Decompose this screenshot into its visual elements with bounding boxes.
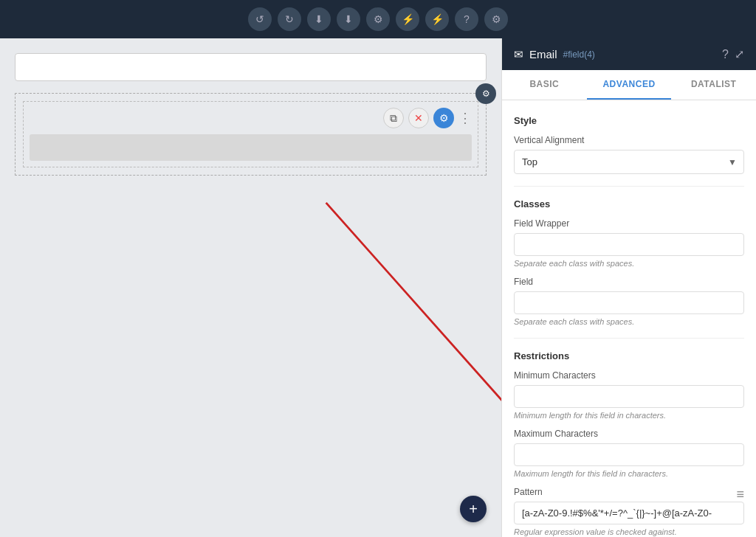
remove-widget-button[interactable]: ✕ <box>408 108 429 128</box>
widget-inner: ⧉ ✕ ⚙ ⋮ <box>23 101 478 167</box>
style-section-title: Style <box>514 115 744 126</box>
import-button[interactable]: ⬇ <box>337 7 360 31</box>
field-hint-text: Separate each class with spaces. <box>514 317 744 326</box>
help-button[interactable]: ? <box>455 7 478 31</box>
widget-controls: ⧉ ✕ ⚙ ⋮ <box>30 108 472 128</box>
copy-widget-button[interactable]: ⧉ <box>383 108 404 128</box>
canvas: ⚙ ⧉ ✕ ⚙ ⋮ + <box>0 38 501 537</box>
field-wrapper-input[interactable] <box>514 233 744 256</box>
restrictions-section-title: Restrictions <box>514 350 744 361</box>
classes-section-title: Classes <box>514 198 744 209</box>
pattern-label: Pattern <box>514 487 543 497</box>
field-input[interactable] <box>514 291 744 314</box>
widget-field <box>30 134 472 161</box>
pattern-hint: Regular expression value is checked agai… <box>514 527 744 536</box>
tab-basic[interactable]: BASIC <box>502 70 587 100</box>
pattern-row: Pattern ≡ <box>514 487 744 502</box>
add-element-button[interactable]: + <box>460 496 487 522</box>
min-chars-hint: Minimum length for this field in charact… <box>514 411 744 420</box>
vertical-alignment-select[interactable]: Top Middle Bottom <box>514 150 744 174</box>
pattern-menu-icon[interactable]: ≡ <box>736 488 744 501</box>
vertical-alignment-label: Vertical Alignment <box>514 135 744 145</box>
field-wrapper-label: Field Wrapper <box>514 218 744 229</box>
tab-advanced[interactable]: ADVANCED <box>587 70 672 100</box>
config-button[interactable]: ⚙ <box>484 7 508 31</box>
tab-datalist[interactable]: DATALIST <box>671 70 756 100</box>
panel-tabs: BASIC ADVANCED DATALIST <box>502 70 756 100</box>
widget-gear-icon[interactable]: ⚙ <box>475 83 496 104</box>
panel-help-icon[interactable]: ? <box>722 48 729 61</box>
min-chars-input[interactable] <box>514 385 744 408</box>
panel-expand-icon[interactable]: ⤢ <box>735 47 744 61</box>
panel-field-id: #field(4) <box>563 49 595 60</box>
email-icon: ✉ <box>514 48 523 61</box>
max-chars-label: Maximum Characters <box>514 429 744 439</box>
widget-settings-button[interactable]: ⚙ <box>433 108 454 128</box>
settings-button[interactable]: ⚙ <box>366 7 390 31</box>
max-chars-hint: Maximum length for this field in charact… <box>514 469 744 478</box>
panel-title-text: Email <box>529 48 557 60</box>
main-area: ⚙ ⧉ ✕ ⚙ ⋮ + <box>0 38 756 537</box>
redo-button[interactable]: ↻ <box>278 7 301 31</box>
pattern-input[interactable] <box>514 502 744 524</box>
max-chars-input[interactable] <box>514 443 744 466</box>
bolt-button[interactable]: ⚡ <box>425 7 449 31</box>
canvas-widget: ⚙ ⧉ ✕ ⚙ ⋮ <box>15 93 487 176</box>
panel-title: ✉ Email #field(4) <box>514 48 595 61</box>
canvas-input-row <box>15 53 487 81</box>
panel-content: Style Vertical Alignment Top Middle Bott… <box>502 100 756 537</box>
right-panel: ✉ Email #field(4) ? ⤢ BASIC ADVANCED DAT… <box>501 38 756 537</box>
widget-menu-button[interactable]: ⋮ <box>458 110 472 126</box>
toolbar: ↺ ↻ ⬇ ⬇ ⚙ ⚡ ⚡ ? ⚙ <box>0 0 756 38</box>
download-button[interactable]: ⬇ <box>307 7 331 31</box>
plugin-button[interactable]: ⚡ <box>396 7 419 31</box>
vertical-alignment-select-wrapper: Top Middle Bottom ▼ <box>514 150 744 174</box>
svg-line-1 <box>326 203 501 480</box>
field-label-text: Field <box>514 277 744 287</box>
panel-header-icons: ? ⤢ <box>722 47 744 61</box>
panel-header: ✉ Email #field(4) ? ⤢ <box>502 38 756 70</box>
divider-2 <box>514 338 744 339</box>
undo-button[interactable]: ↺ <box>248 7 272 31</box>
min-chars-label: Minimum Characters <box>514 370 744 381</box>
divider-1 <box>514 186 744 187</box>
field-wrapper-hint: Separate each class with spaces. <box>514 259 744 268</box>
